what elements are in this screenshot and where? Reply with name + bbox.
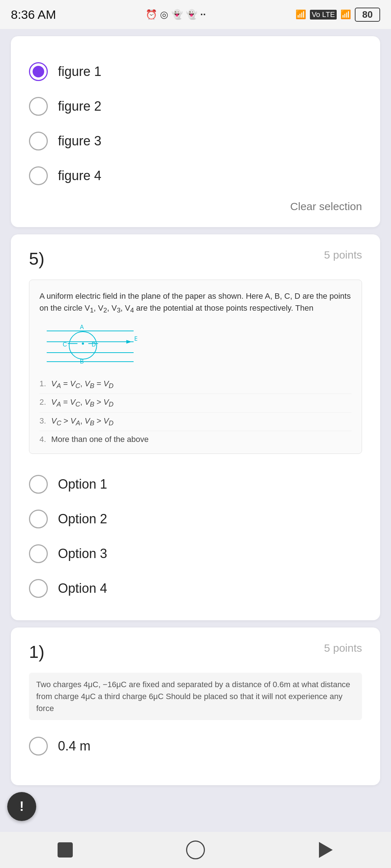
- figure2-option[interactable]: figure 2: [29, 89, 362, 124]
- figure4-option[interactable]: figure 4: [29, 158, 362, 193]
- alarm-icon: ⏰: [146, 9, 157, 20]
- snap2-icon: 👻: [186, 9, 197, 20]
- q5-radio3[interactable]: [29, 544, 48, 563]
- figure4-radio[interactable]: [29, 166, 48, 185]
- q5-option1[interactable]: Option 1: [29, 467, 362, 502]
- svg-text:C: C: [63, 341, 67, 348]
- q1-answer-options: 0.4 m: [29, 729, 362, 763]
- q5-label1: Option 1: [58, 477, 107, 492]
- status-bar: 8:36 AM ⏰ ◎ 👻 👻 ·· 📶 Vo LTE 📶 80: [0, 0, 391, 29]
- question1-header: 1) 5 points: [29, 642, 362, 662]
- dots-icon: ··: [200, 9, 206, 20]
- figure-answer-options: figure 1 figure 2 figure 3 figure 4: [29, 54, 362, 193]
- figure1-radio[interactable]: [29, 62, 48, 81]
- signal-icon: 📶: [295, 9, 306, 20]
- q5-label2: Option 2: [58, 511, 107, 527]
- question1-points: 5 points: [324, 642, 362, 654]
- q1-option1[interactable]: 0.4 m: [29, 729, 362, 763]
- question5-card: 5) 5 points A uniform electric field in …: [11, 234, 380, 620]
- battery-indicator: 80: [355, 8, 380, 22]
- lte-badge: Vo LTE: [310, 10, 337, 20]
- status-right: 📶 Vo LTE 📶 80: [295, 8, 380, 22]
- question1-card: 1) 5 points Two charges 4μC, −16μC are f…: [11, 627, 380, 785]
- status-time: 8:36 AM: [11, 8, 56, 22]
- question5-header: 5) 5 points: [29, 249, 362, 269]
- signal2-icon: 📶: [340, 9, 351, 20]
- square-nav-button[interactable]: [52, 837, 78, 863]
- svg-text:D: D: [92, 341, 96, 348]
- figure-options-card: figure 1 figure 2 figure 3 figure 4 Clea…: [11, 36, 380, 227]
- q5-radio2[interactable]: [29, 510, 48, 528]
- physics-options-list: 1. VA = VC, VB = VD 2. VA = VC, VB > VD …: [39, 375, 352, 448]
- scroll-area: figure 1 figure 2 figure 3 figure 4 Clea…: [0, 36, 391, 800]
- physics-option-3: 3. VC > VA, VB > VD: [39, 412, 352, 431]
- svg-point-11: [82, 342, 84, 345]
- physics-option-2: 2. VA = VC, VB > VD: [39, 393, 352, 412]
- q1-problem-text: Two charges 4μC, −16μC are fixed and sep…: [29, 673, 362, 720]
- q5-answer-options: Option 1 Option 2 Option 3 Option 4: [29, 467, 362, 606]
- back-nav-button[interactable]: [313, 837, 339, 863]
- figure1-option[interactable]: figure 1: [29, 54, 362, 89]
- svg-text:A: A: [80, 324, 84, 330]
- status-icons-group: ⏰ ◎ 👻 👻 ··: [146, 9, 206, 20]
- q5-option3[interactable]: Option 3: [29, 536, 362, 571]
- figure4-label: figure 4: [58, 168, 101, 183]
- instagram-icon: ◎: [160, 9, 168, 20]
- question5-points: 5 points: [324, 249, 362, 261]
- clear-selection-button[interactable]: Clear selection: [29, 193, 362, 213]
- q1-radio1[interactable]: [29, 737, 48, 756]
- svg-marker-4: [126, 340, 132, 344]
- snap1-icon: 👻: [171, 9, 183, 20]
- physics-diagram: A C D B E: [43, 322, 352, 368]
- q5-label4: Option 4: [58, 581, 107, 596]
- q5-label3: Option 3: [58, 546, 107, 561]
- physics-problem-box: A uniform electric field in the plane of…: [29, 280, 362, 454]
- figure3-radio[interactable]: [29, 132, 48, 150]
- square-icon: [58, 842, 73, 858]
- notification-bubble[interactable]: !: [7, 792, 36, 821]
- question5-number: 5): [29, 249, 45, 269]
- back-triangle-icon: [319, 842, 333, 858]
- home-nav-button[interactable]: [183, 837, 208, 863]
- figure3-label: figure 3: [58, 133, 101, 149]
- figure1-label: figure 1: [58, 64, 101, 79]
- question1-number: 1): [29, 642, 45, 662]
- q5-radio1[interactable]: [29, 475, 48, 494]
- circle-icon: [186, 841, 205, 859]
- physics-option-1: 1. VA = VC, VB = VD: [39, 375, 352, 393]
- svg-text:E: E: [134, 336, 137, 342]
- physics-option-4: 4. More than one of the above: [39, 431, 352, 448]
- figure2-label: figure 2: [58, 99, 101, 114]
- q5-option4[interactable]: Option 4: [29, 571, 362, 606]
- q1-label1: 0.4 m: [58, 739, 91, 754]
- notif-icon: !: [20, 799, 24, 814]
- q5-option2[interactable]: Option 2: [29, 502, 362, 536]
- svg-text:B: B: [80, 358, 84, 365]
- q5-radio4[interactable]: [29, 579, 48, 598]
- nav-bar: [0, 832, 391, 868]
- physics-description: A uniform electric field in the plane of…: [39, 290, 352, 315]
- figure2-radio[interactable]: [29, 97, 48, 116]
- battery-label: 80: [362, 9, 373, 20]
- figure3-option[interactable]: figure 3: [29, 124, 362, 158]
